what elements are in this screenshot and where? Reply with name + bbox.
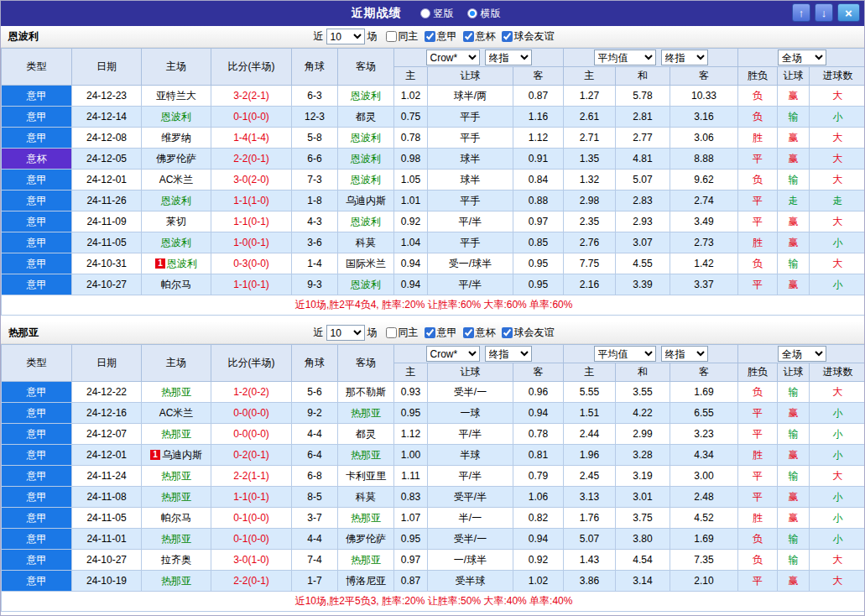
match-count-select[interactable]: 10 [326, 325, 365, 341]
league-cell: 意甲 [2, 403, 72, 424]
match-filter: 近10场同主意甲意杯球会友谊 [311, 29, 555, 44]
filter-club-friendly[interactable]: 球会友谊 [502, 326, 555, 340]
asian-source-select[interactable]: Crow* [426, 50, 480, 65]
filter-same-home-checkbox[interactable] [386, 327, 397, 338]
team-label: 恩波利 [351, 90, 381, 102]
euro-home-odds-cell: 3.13 [564, 487, 616, 508]
euro-source-select[interactable]: 平均值 [594, 346, 656, 362]
filter-same-home[interactable]: 同主 [386, 29, 419, 44]
col-corner: 角球 [292, 49, 338, 86]
team-label: 恩波利 [351, 174, 381, 185]
asian-home-odds-cell: 0.92 [394, 211, 428, 232]
asian-handicap-cell: 平/半 [428, 466, 513, 487]
radio-selected-icon[interactable] [467, 8, 477, 18]
team-label: 乌迪内斯 [162, 449, 202, 461]
scroll-down-button[interactable]: ↓ [815, 3, 833, 22]
home-team-cell: 热那亚 [142, 529, 211, 550]
euro-draw-odds-cell: 4.55 [616, 253, 670, 274]
asian-away-odds-cell: 0.96 [513, 382, 564, 403]
up-arrow-icon: ↑ [799, 7, 805, 19]
filter-matches-label: 场 [367, 326, 378, 340]
filter-club-friendly-checkbox[interactable] [502, 327, 513, 338]
match-row: 意甲24-11-08热那亚1-1(0-1)8-5科莫0.83受平/半1.063.… [2, 487, 865, 508]
corner-cell: 3-6 [292, 232, 338, 253]
handicap-result-cell: 输 [778, 170, 810, 191]
match-row: 意甲24-10-19热那亚2-2(0-1)1-7博洛尼亚0.87受半球1.023… [2, 571, 865, 592]
asian-away-odds-cell: 1.16 [513, 107, 564, 128]
euro-home-odds-cell: 3.86 [564, 571, 616, 592]
filter-serie-a[interactable]: 意甲 [425, 326, 457, 340]
scope-select[interactable]: 全场 [778, 346, 826, 362]
asian-handicap-cell: 一球 [428, 403, 513, 424]
asian-stage-select[interactable]: 终指 [485, 346, 532, 362]
asian-away-odds-cell: 0.95 [513, 274, 564, 295]
euro-away-odds-cell: 8.88 [670, 149, 738, 170]
scope-select[interactable]: 全场 [778, 50, 826, 65]
layout-vertical-option[interactable]: 竖版 [420, 7, 454, 21]
euro-away-odds-cell: 3.06 [670, 128, 738, 149]
asian-away-odds-cell: 1.06 [513, 487, 564, 508]
score-cell: 2-2(0-1) [211, 571, 292, 592]
asian-handicap-cell: 球半 [428, 149, 513, 170]
asian-home-odds-cell: 0.97 [394, 550, 428, 571]
filter-matches-label: 场 [367, 29, 378, 44]
asian-home-odds-cell: 0.78 [394, 128, 428, 149]
euro-home-odds-cell: 5.07 [564, 529, 616, 550]
euro-stage-select[interactable]: 终指 [661, 346, 708, 362]
asian-home-odds-cell: 1.05 [394, 170, 428, 191]
euro-away-odds-cell: 1.42 [670, 253, 738, 274]
euro-home-odds-cell: 1.51 [564, 403, 616, 424]
match-row: 意甲24-12-22热那亚1-2(0-2)5-6那不勒斯0.93受半/一0.96… [2, 382, 865, 403]
filter-coppa-italia[interactable]: 意杯 [463, 326, 496, 340]
filter-same-home[interactable]: 同主 [386, 326, 419, 340]
result-cell: 平 [738, 403, 778, 424]
asian-source-select[interactable]: Crow* [426, 346, 480, 362]
result-cell: 平 [738, 571, 778, 592]
asian-handicap-cell: 一/球半 [428, 550, 513, 571]
league-cell: 意甲 [2, 445, 72, 466]
home-team-cell: 帕尔马 [142, 274, 211, 295]
filter-serie-a-label: 意甲 [437, 326, 457, 340]
euro-stage-select[interactable]: 终指 [661, 50, 708, 65]
euro-draw-odds-cell: 4.54 [616, 550, 670, 571]
filter-serie-a[interactable]: 意甲 [425, 29, 457, 44]
filter-coppa-italia[interactable]: 意杯 [463, 29, 496, 44]
euro-draw-odds-cell: 3.28 [616, 445, 670, 466]
league-cell: 意杯 [2, 149, 72, 170]
filter-club-friendly[interactable]: 球会友谊 [502, 29, 555, 44]
euro-away-odds-cell: 2.73 [670, 232, 738, 253]
close-button[interactable]: × [837, 3, 860, 22]
goals-result-cell: 小 [810, 403, 865, 424]
asian-home-odds-cell: 1.12 [394, 424, 428, 445]
col-type: 类型 [2, 49, 72, 86]
filter-serie-a-checkbox[interactable] [425, 327, 435, 338]
goals-result-cell: 大 [810, 128, 865, 149]
filter-same-home-checkbox[interactable] [386, 31, 397, 42]
euro-home-odds-cell: 7.75 [564, 253, 616, 274]
asian-home-odds-cell: 0.94 [394, 253, 428, 274]
euro-draw-odds-cell: 2.93 [616, 211, 670, 232]
filter-near-label: 近 [314, 29, 324, 44]
home-team-cell: 恩波利 [142, 107, 211, 128]
team-label: AC米兰 [159, 407, 194, 419]
team-label: 莱切 [166, 216, 186, 227]
filter-coppa-italia-checkbox[interactable] [463, 327, 474, 338]
vertical-label: 竖版 [434, 7, 454, 21]
layout-horizontal-option[interactable]: 横版 [467, 7, 501, 21]
filter-coppa-italia-checkbox[interactable] [463, 31, 474, 42]
date-cell: 24-10-31 [72, 253, 142, 274]
goals-result-cell: 小 [810, 487, 865, 508]
euro-away-odds-cell: 6.55 [670, 403, 738, 424]
team-label: 拉齐奥 [161, 554, 191, 566]
date-cell: 24-12-01 [72, 170, 142, 191]
filter-club-friendly-checkbox[interactable] [502, 31, 513, 42]
euro-source-select[interactable]: 平均值 [594, 50, 656, 65]
euro-draw-odds-cell: 3.39 [616, 274, 670, 295]
home-team-cell: 热那亚 [142, 487, 211, 508]
scroll-up-button[interactable]: ↑ [792, 3, 810, 22]
result-cell: 平 [738, 466, 778, 487]
radio-unselected-icon[interactable] [420, 8, 430, 18]
asian-stage-select[interactable]: 终指 [485, 50, 532, 65]
filter-serie-a-checkbox[interactable] [425, 31, 435, 42]
match-count-select[interactable]: 10 [326, 29, 365, 44]
